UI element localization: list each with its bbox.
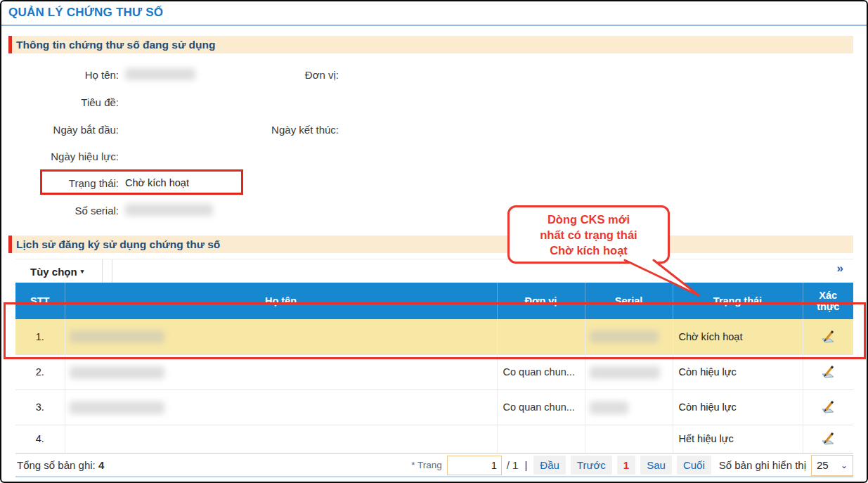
row-index: 3. bbox=[15, 389, 65, 425]
row-index: 4. bbox=[15, 425, 65, 453]
table-header-row: STT Họ tên Đơn vị Serial Trạng thái Xác … bbox=[15, 283, 853, 319]
verify-signature-icon[interactable] bbox=[820, 330, 836, 344]
name-redacted bbox=[70, 366, 164, 379]
verify-signature-icon[interactable] bbox=[820, 400, 836, 414]
options-label: Tùy chọn bbox=[30, 266, 77, 278]
row-status: Chờ kích hoạt bbox=[673, 319, 803, 354]
info-section-header: Thông tin chứng thư số đang sử dụng bbox=[8, 36, 853, 53]
serial-redacted bbox=[590, 401, 628, 414]
table-footer: Tổng số bản ghi: 4 * Trang / 1 | Đầu Trư… bbox=[15, 453, 853, 477]
row-status: Còn hiệu lực bbox=[673, 354, 803, 389]
ngay-hieu-luc-label: Ngày hiệu lực: bbox=[8, 150, 119, 162]
callout-line: Dòng CKS mới bbox=[548, 212, 630, 227]
verify-signature-icon[interactable] bbox=[820, 432, 836, 446]
table-row[interactable]: 2. Co quan chun... Còn hiệu lực bbox=[15, 354, 853, 389]
page-title: QUẢN LÝ CHỨNG THƯ SỐ bbox=[8, 6, 163, 20]
page-size-label: Số bản ghi hiển thị bbox=[719, 459, 806, 471]
certificate-management-page: { "page": { "title": "QUẢN LÝ CHỨNG THƯ … bbox=[0, 0, 868, 483]
table-row[interactable]: 4. Hết hiệu lực bbox=[15, 425, 853, 453]
history-table: STT Họ tên Đơn vị Serial Trạng thái Xác … bbox=[15, 283, 853, 453]
row-don-vi bbox=[497, 319, 585, 354]
page-number-input[interactable] bbox=[447, 456, 502, 475]
caret-down-icon: ▾ bbox=[81, 268, 84, 275]
row-don-vi bbox=[497, 425, 585, 453]
total-records-label: Tổng số bản ghi: bbox=[17, 459, 96, 471]
table-toolbar: Tùy chọn ▾ » bbox=[15, 259, 853, 283]
col-trang-thai[interactable]: Trạng thái bbox=[673, 283, 803, 319]
toolbar-divider bbox=[102, 259, 103, 283]
next-page-button[interactable]: Sau bbox=[640, 456, 672, 475]
page-size-value: 25 bbox=[817, 459, 829, 471]
serial-redacted bbox=[590, 366, 660, 379]
chevron-down-icon: ⌄ bbox=[841, 461, 848, 470]
so-serial-label: Số serial: bbox=[8, 205, 119, 217]
ngay-ket-thuc-label: Ngày kết thúc: bbox=[226, 124, 339, 136]
don-vi-label: Đơn vị: bbox=[226, 69, 339, 81]
page-total: / 1 bbox=[507, 459, 519, 471]
serial-redacted bbox=[590, 330, 659, 343]
verify-signature-icon[interactable] bbox=[820, 365, 836, 379]
page-label: * Trang bbox=[411, 460, 442, 470]
name-redacted bbox=[70, 401, 164, 414]
col-stt[interactable]: STT bbox=[15, 283, 65, 319]
title-divider bbox=[1, 25, 868, 26]
row-don-vi: Co quan chun... bbox=[497, 354, 585, 389]
options-dropdown-button[interactable]: Tùy chọn ▾ bbox=[26, 262, 88, 281]
row-status: Hết hiệu lực bbox=[673, 425, 803, 453]
callout-line: Chờ kích hoạt bbox=[550, 243, 628, 258]
status-highlight-box bbox=[40, 169, 243, 195]
last-page-button[interactable]: Cuối bbox=[677, 456, 711, 475]
history-section-header: Lịch sử đăng ký sử dụng chứng thư số bbox=[8, 236, 853, 253]
first-page-button[interactable]: Đầu bbox=[533, 456, 566, 475]
row-status: Còn hiệu lực bbox=[673, 389, 803, 425]
annotation-callout: Dòng CKS mới nhất có trạng thái Chờ kích… bbox=[507, 205, 670, 264]
row-index: 2. bbox=[15, 354, 65, 389]
row-don-vi: Co quan chun... bbox=[497, 389, 585, 425]
ngay-bat-dau-label: Ngày bắt đầu: bbox=[8, 124, 119, 136]
serial-value-redacted bbox=[125, 204, 213, 216]
tieu-de-label: Tiêu đề: bbox=[8, 96, 119, 108]
col-xac-thuc[interactable]: Xác thực bbox=[803, 283, 853, 319]
col-ho-ten[interactable]: Họ tên bbox=[65, 283, 497, 319]
ho-ten-label: Họ tên: bbox=[8, 69, 119, 81]
pagination-divider: | bbox=[524, 459, 527, 471]
name-redacted bbox=[70, 330, 164, 343]
page-size-select[interactable]: 25 ⌄ bbox=[811, 455, 853, 476]
row-index: 1. bbox=[15, 319, 65, 354]
col-don-vi[interactable]: Đơn vị bbox=[497, 283, 585, 319]
toolbar-divider bbox=[112, 259, 112, 283]
prev-page-button[interactable]: Trước bbox=[571, 456, 612, 475]
current-page-button[interactable]: 1 bbox=[617, 456, 635, 475]
table-row[interactable]: 3. Co quan chun... Còn hiệu lực bbox=[15, 389, 853, 425]
expand-columns-icon[interactable]: » bbox=[837, 262, 843, 276]
col-serial[interactable]: Serial bbox=[585, 283, 673, 319]
callout-line: nhất có trạng thái bbox=[540, 227, 637, 243]
total-records-value: 4 bbox=[98, 459, 104, 471]
ho-ten-value-redacted bbox=[125, 68, 195, 80]
history-section-title: Lịch sử đăng ký sử dụng chứng thư số bbox=[16, 238, 220, 251]
total-records: Tổng số bản ghi: 4 bbox=[17, 459, 104, 471]
table-row[interactable]: 1. Chờ kích hoạt bbox=[15, 319, 853, 354]
info-section-title: Thông tin chứng thư số đang sử dụng bbox=[16, 39, 215, 51]
pagination: * Trang / 1 | Đầu Trước 1 Sau Cuối Số bả… bbox=[411, 455, 853, 476]
